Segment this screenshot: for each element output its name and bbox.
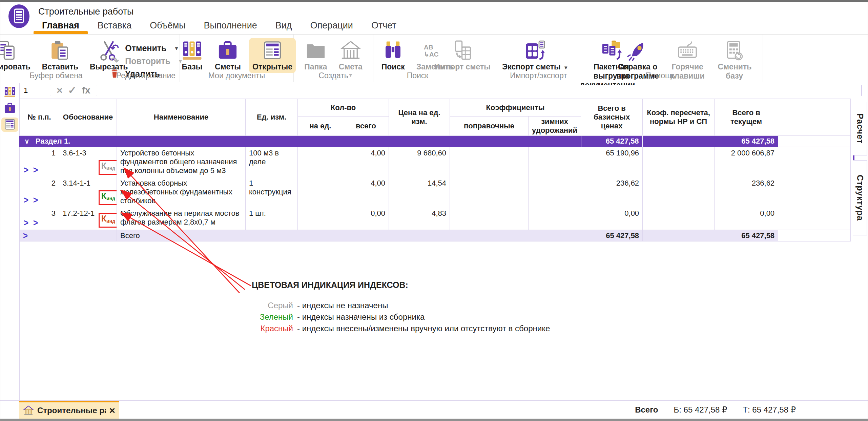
total-basis-cell[interactable]: 65 427,58 [581, 230, 643, 241]
kind-index-badge[interactable]: Кинд [101, 191, 115, 201]
tab-glavnaya[interactable]: Главная [33, 19, 88, 34]
expand-chevrons-icon[interactable]: >> [24, 218, 43, 228]
building-icon [23, 405, 34, 416]
document-tab[interactable]: Строительные ра... × [19, 401, 119, 419]
cell-unit[interactable]: 100 м3 в деле [246, 147, 298, 177]
cell-qty-total[interactable]: 4,00 [343, 147, 389, 177]
cancel-icon[interactable]: × [57, 85, 63, 96]
cell-num[interactable]: 1 >> [20, 147, 59, 177]
cell-basis[interactable]: 236,62 [581, 177, 643, 207]
tab-vid[interactable]: Вид [266, 19, 301, 34]
cell-price[interactable]: 14,54 [389, 177, 450, 207]
expand-chevron-icon[interactable]: > [23, 231, 33, 240]
mini-estimates-button[interactable] [1, 101, 18, 115]
section-basis-total[interactable]: 65 427,58 [581, 136, 643, 147]
cell-extra[interactable] [778, 177, 851, 207]
search-button[interactable]: Поиск [378, 38, 408, 73]
change-base-button[interactable]: Сменить базу [715, 38, 755, 82]
kind-index-badge[interactable]: Кинд [101, 214, 115, 223]
tab-struktura[interactable]: Структура [853, 160, 867, 235]
tab-raschet[interactable]: Расчет [853, 102, 867, 155]
bases-icon [3, 86, 16, 99]
expand-chevrons-icon[interactable]: >> [24, 165, 43, 175]
cell-name[interactable]: Установка сборных железобетонных фундаме… [117, 177, 246, 207]
section-row[interactable]: ∨ Раздел 1. 65 427,58 65 427,58 [20, 136, 851, 147]
redo-button[interactable]: ↷ Повторить ▼ [109, 56, 183, 66]
cell-qty-unit[interactable] [298, 177, 343, 207]
cell-coeff-winter[interactable] [529, 147, 581, 177]
cell-extra[interactable] [778, 207, 851, 230]
cell-name[interactable]: Устройство бетонных фундаментов общего н… [117, 147, 246, 177]
copy-button[interactable]: Копировать [0, 38, 34, 73]
bases-button[interactable]: Базы [178, 38, 207, 73]
cell-recalc[interactable] [643, 147, 715, 177]
cell-qty-total[interactable]: 4,00 [343, 177, 389, 207]
open-documents-icon [3, 118, 16, 131]
cell-coeff-corr[interactable] [450, 207, 529, 230]
cell-price[interactable]: 9 680,60 [389, 147, 450, 177]
import-estimate-button[interactable]: Импорт сметы [431, 38, 494, 73]
kind-index-badge[interactable]: Кинд [101, 161, 115, 170]
cell-price[interactable]: 4,83 [389, 207, 450, 230]
cell-extra[interactable] [778, 147, 851, 177]
tab-vypolnenie[interactable]: Выполнение [195, 19, 266, 34]
expand-chevrons-icon[interactable]: >> [24, 195, 43, 205]
cell-qty-unit[interactable] [298, 147, 343, 177]
cell-current[interactable]: 0,00 [715, 207, 778, 230]
new-folder-button[interactable]: Папка [301, 38, 331, 73]
cell-coeff-corr[interactable] [450, 177, 529, 207]
tab-obyomy[interactable]: Объёмы [141, 19, 194, 34]
table-row: 2 >> 3.14-1-1 Кинд Установка сборных жел… [20, 177, 851, 207]
paste-button[interactable]: Вставить [39, 38, 82, 73]
legend-desc: - индексы назначены из сборника [297, 312, 550, 322]
cell-coeff-corr[interactable] [450, 147, 529, 177]
formula-input[interactable] [96, 85, 862, 96]
close-icon[interactable]: × [109, 405, 115, 416]
estimates-button[interactable]: Сметы [211, 38, 244, 73]
group-caption: Создать [294, 71, 373, 80]
cell-basis[interactable]: 65 190,96 [581, 147, 643, 177]
cell-num[interactable]: > [20, 230, 59, 241]
caret-down-icon[interactable]: ▼ [563, 65, 569, 70]
cell-code[interactable]: 17.2-12-1 Кинд [59, 207, 117, 230]
annotation-box: Кинд [99, 213, 117, 228]
cell-qty-unit[interactable] [298, 207, 343, 230]
tab-otchet[interactable]: Отчет [362, 19, 406, 34]
cell-recalc[interactable] [643, 207, 715, 230]
cell-unit[interactable]: 1 шт. [246, 207, 298, 230]
mini-bases-button[interactable] [1, 85, 18, 99]
cell-coeff-winter[interactable] [529, 207, 581, 230]
cell-qty-total[interactable]: 0,00 [343, 207, 389, 230]
tab-vstavka[interactable]: Вставка [88, 19, 141, 34]
tab-operacii[interactable]: Операции [301, 19, 362, 34]
section-current-total[interactable]: 65 427,58 [643, 136, 778, 147]
bases-icon [181, 40, 203, 62]
cell-code[interactable]: 3.6-1-3 Кинд [59, 147, 117, 177]
cell-num[interactable]: 3 >> [20, 207, 59, 230]
cell-code[interactable]: 3.14-1-1 Кинд [59, 177, 117, 207]
mini-open-documents-button[interactable] [1, 118, 18, 132]
cell-unit[interactable]: 1 конструкция [246, 177, 298, 207]
cell-name[interactable]: Обслуживание на перилах мостов флагов ра… [117, 207, 246, 230]
section-title-cell[interactable]: ∨ Раздел 1. [20, 136, 581, 147]
cell-current[interactable]: 2 000 606,87 [715, 147, 778, 177]
cell-code[interactable] [59, 230, 117, 241]
export-estimate-button[interactable]: Экспорт сметы▼ [499, 38, 572, 74]
open-documents-button[interactable]: Открытые [249, 38, 296, 73]
document-tab-label: Строительные ра... [37, 406, 106, 415]
status-basis-value: Б: 65 427,58 ₽ [674, 405, 727, 415]
collapse-caret-icon[interactable]: ∨ [24, 138, 29, 145]
cell-num[interactable]: 2 >> [20, 177, 59, 207]
cell-reference-input[interactable] [21, 85, 51, 96]
total-label-cell[interactable]: Всего [117, 230, 581, 241]
cell-basis[interactable]: 0,00 [581, 207, 643, 230]
total-current-cell[interactable]: 65 427,58 [643, 230, 778, 241]
cell-current[interactable]: 236,62 [715, 177, 778, 207]
fx-icon[interactable]: fx [82, 85, 90, 96]
cell-coeff-winter[interactable] [529, 177, 581, 207]
undo-button[interactable]: ↶ Отменить ▼ [109, 43, 183, 54]
table-row: 3 >> 17.2-12-1 Кинд Обслуживание на пери… [20, 207, 851, 230]
confirm-icon[interactable]: ✓ [68, 85, 77, 96]
cell-recalc[interactable] [643, 177, 715, 207]
col-header-code: Обоснование [59, 99, 117, 136]
